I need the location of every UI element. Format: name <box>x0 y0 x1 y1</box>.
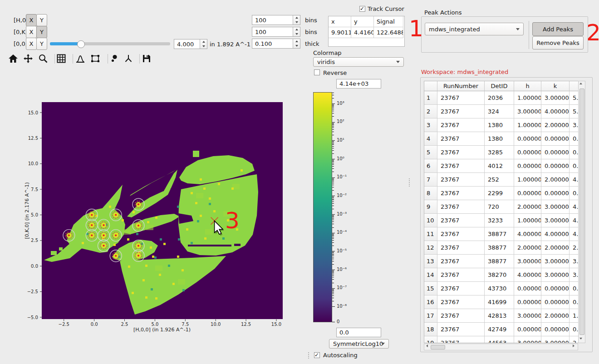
table-cell[interactable]: 252 <box>485 173 514 187</box>
l-slider-handle[interactable] <box>77 40 85 48</box>
table-row[interactable]: 32376713801.000002.000003.0 <box>424 118 585 132</box>
row-header-cell[interactable]: 15 <box>424 282 437 295</box>
reverse-checkbox[interactable] <box>314 69 320 75</box>
vscroll-thumb[interactable] <box>579 89 584 335</box>
table-row[interactable]: 7237672521.000002.000004.0 <box>424 173 585 187</box>
table-cell[interactable]: 23767 <box>437 187 485 200</box>
table-cell[interactable]: 3285 <box>485 146 514 159</box>
table-cell[interactable]: 2036 <box>485 91 514 105</box>
row-header-cell[interactable]: 10 <box>424 214 437 227</box>
table-row[interactable]: 1723767428133.000002.000001.0 <box>424 309 585 323</box>
region-of-interest-icon[interactable] <box>90 54 100 64</box>
line-plots-icon[interactable] <box>75 54 85 64</box>
table-row[interactable]: 2237673243.000004.000005.0 <box>424 105 585 118</box>
table-cell[interactable]: 4012 <box>485 159 514 173</box>
table-cell[interactable]: 2.00000 <box>541 309 570 323</box>
table-cell[interactable]: 324 <box>485 105 514 118</box>
table-cell[interactable]: 1.00000 <box>514 173 541 187</box>
colormap-combobox[interactable]: viridis <box>313 57 404 67</box>
table-cell[interactable]: 41699 <box>485 295 514 309</box>
scroll-left-icon[interactable] <box>426 344 428 347</box>
h-x-button[interactable]: X <box>26 14 37 26</box>
row-header-cell[interactable]: 1 <box>424 91 437 105</box>
table-cell[interactable]: 0.00000 <box>514 146 541 159</box>
peaks-table-column-header[interactable]: DetID <box>485 81 514 91</box>
table-cell[interactable]: 0.00000 <box>514 323 541 336</box>
row-header-cell[interactable]: 19 <box>424 336 437 343</box>
thick-spinbox[interactable]: 0.100 <box>252 39 300 49</box>
table-cell[interactable]: 0.00000 <box>541 132 570 146</box>
y-bins-spin-arrows[interactable] <box>293 27 300 36</box>
l-value-spin-arrows[interactable] <box>200 39 207 49</box>
row-header-cell[interactable]: 4 <box>424 132 437 146</box>
k-x-button[interactable]: X <box>26 26 37 38</box>
remove-peaks-button[interactable]: Remove Peaks <box>532 36 584 49</box>
peaks-table-column-header[interactable]: k <box>541 81 570 91</box>
scroll-up-icon[interactable] <box>579 83 582 84</box>
table-cell[interactable]: 3.00000 <box>514 255 541 268</box>
table-cell[interactable]: 23767 <box>437 309 485 323</box>
peaks-table-column-header[interactable] <box>424 81 437 91</box>
table-cell[interactable]: 3.00000 <box>541 336 570 343</box>
table-cell[interactable]: 0.00000 <box>514 187 541 200</box>
table-cell[interactable]: 23767 <box>437 323 485 336</box>
table-cell[interactable]: 0.00000 <box>514 159 541 173</box>
table-row[interactable]: 52376732850.000000.000000.0 <box>424 146 585 159</box>
splitter-handle[interactable] <box>409 178 410 187</box>
l-y-button[interactable]: Y <box>36 38 47 50</box>
table-row[interactable]: 12376720361.000003.000005.0 <box>424 91 585 105</box>
table-cell[interactable]: 3.00000 <box>541 91 570 105</box>
table-cell[interactable]: 0.00000 <box>541 323 570 336</box>
table-cell[interactable]: 3.00000 <box>541 255 570 268</box>
y-bins-spinbox[interactable]: 100 <box>252 27 300 37</box>
peaks-table-vscrollbar[interactable] <box>578 81 585 343</box>
row-header-cell[interactable]: 14 <box>424 268 437 282</box>
table-row[interactable]: 42376713800.000000.000000.0 <box>424 132 585 146</box>
table-cell[interactable]: 0.00000 <box>514 282 541 295</box>
x-bins-spinbox[interactable]: 100 <box>252 15 300 25</box>
row-header-cell[interactable]: 8 <box>424 187 437 200</box>
table-cell[interactable]: 0.00000 <box>541 295 570 309</box>
table-cell[interactable]: 3.00000 <box>514 309 541 323</box>
save-icon[interactable] <box>142 54 152 64</box>
pan-icon[interactable] <box>23 54 33 64</box>
table-row[interactable]: 1123767388774.000004.000004.0 <box>424 227 585 241</box>
row-header-cell[interactable]: 12 <box>424 241 437 255</box>
row-header-cell[interactable]: 18 <box>424 323 437 336</box>
table-row[interactable]: 1523767437300.000000.000000.0 <box>424 282 585 295</box>
table-cell[interactable]: 23767 <box>437 159 485 173</box>
table-cell[interactable]: 23767 <box>437 241 485 255</box>
table-cell[interactable]: 0.00000 <box>514 295 541 309</box>
x-bins-spin-arrows[interactable] <box>293 15 300 25</box>
table-cell[interactable]: 43730 <box>485 282 514 295</box>
table-cell[interactable]: 23767 <box>437 214 485 227</box>
peaks-workspace-combobox[interactable]: mdws_integrated <box>425 23 524 35</box>
table-cell[interactable]: 3.00000 <box>541 268 570 282</box>
zoom-icon[interactable] <box>38 54 48 64</box>
table-cell[interactable]: 23767 <box>437 268 485 282</box>
hscroll-thumb[interactable] <box>431 345 445 349</box>
l-value-spinbox[interactable]: 4.000 <box>174 39 207 49</box>
peaks-table-column-header[interactable]: h <box>514 81 541 91</box>
track-cursor-checkbox[interactable] <box>359 6 365 12</box>
peaks-table-column-header[interactable]: RunNumber <box>437 81 485 91</box>
table-cell[interactable]: 1380 <box>485 132 514 146</box>
l-x-button[interactable]: X <box>26 38 37 50</box>
row-header-cell[interactable]: 6 <box>424 159 437 173</box>
row-header-cell[interactable]: 7 <box>424 173 437 187</box>
scroll-down-icon[interactable] <box>579 338 582 339</box>
table-row[interactable]: 1923767445633.000003.000002.0 <box>424 336 585 343</box>
table-cell[interactable]: 23767 <box>437 295 485 309</box>
table-cell[interactable]: 44563 <box>485 336 514 343</box>
cmap-min-input[interactable]: 0.0 <box>336 328 381 337</box>
autoscaling-checkbox[interactable] <box>314 352 320 358</box>
thick-spin-arrows[interactable] <box>293 39 300 48</box>
table-cell[interactable]: 38270 <box>485 268 514 282</box>
table-cell[interactable]: 23767 <box>437 91 485 105</box>
table-row[interactable]: 1323767388773.000003.000003.0 <box>424 255 585 268</box>
table-cell[interactable]: 38877 <box>485 227 514 241</box>
table-cell[interactable]: 23767 <box>437 118 485 132</box>
table-cell[interactable]: 23767 <box>437 146 485 159</box>
table-row[interactable]: 62376740120.000000.000000.0 <box>424 159 585 173</box>
table-row[interactable]: 102376732331.000003.000004.0 <box>424 214 585 227</box>
